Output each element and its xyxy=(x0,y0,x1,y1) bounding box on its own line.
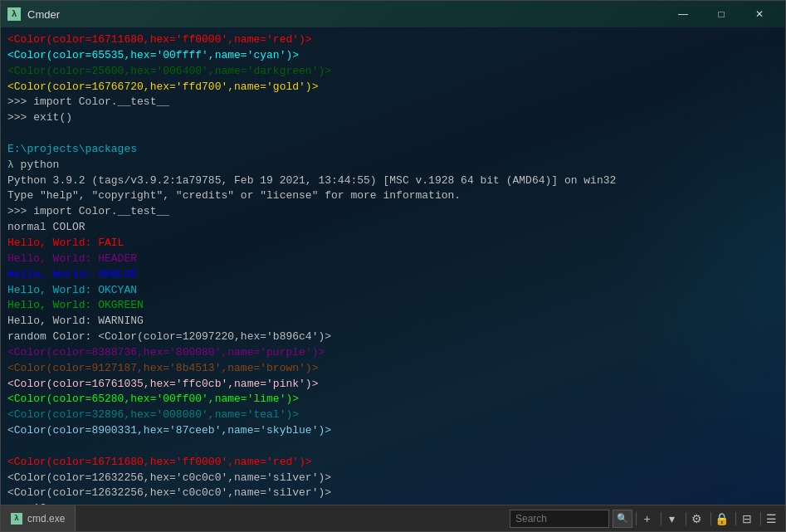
line-20: random Color: <Color(color=12097220,hex=… xyxy=(7,329,779,345)
maximize-button[interactable]: □ xyxy=(702,1,740,27)
line-11: Type "help", "copyright", "credits" or "… xyxy=(7,188,779,204)
split-h-button[interactable]: ⊟ xyxy=(735,512,757,525)
line-10: Python 3.9.2 (tags/v3.9.2:1a79785, Feb 1… xyxy=(7,173,779,189)
line-30: <Color(color=12632256,hex='c0c0c0',name=… xyxy=(7,486,779,501)
line-9: λ python xyxy=(7,158,779,173)
line-4: <Color(color=16766720,hex='ffd700',name=… xyxy=(7,80,779,95)
line-19: Hello, World: WARNING xyxy=(7,314,779,329)
line-7 xyxy=(7,126,779,142)
line-31: >>> ^C xyxy=(7,501,779,505)
line-8: E:\projects\packages xyxy=(7,142,779,158)
tab-icon: λ xyxy=(11,513,22,525)
line-16: Hello, World: OKBLUE xyxy=(7,267,779,283)
line-12: >>> import Color.__test__ xyxy=(7,204,779,220)
line-28: <Color(color=16711680,hex='ff0000',name=… xyxy=(7,455,779,471)
dropdown-button[interactable]: ▾ xyxy=(661,512,682,525)
line-18: Hello, World: OKGREEN xyxy=(7,298,779,314)
line-24: <Color(color=65280,hex='00ff00',name='li… xyxy=(7,392,779,408)
title-bar: λ Cmder — □ ✕ xyxy=(1,1,785,27)
line-2: <Color(color=65535,hex='00ffff',name='cy… xyxy=(7,48,779,64)
lock-button[interactable]: 🔒 xyxy=(710,512,732,525)
cmder-icon: λ xyxy=(7,7,21,21)
line-22: <Color(color=9127187,hex='8b4513',name='… xyxy=(7,361,779,377)
cmder-window: λ Cmder — □ ✕ <Color(color=16711680,hex=… xyxy=(0,0,786,532)
line-25: <Color(color=32896,hex='008080',name='te… xyxy=(7,408,779,423)
line-26: <Color(color=8900331,hex='87ceeb',name='… xyxy=(7,423,779,439)
line-6: >>> exit() xyxy=(7,110,779,126)
line-3: <Color(color=25600,hex='006400',name='da… xyxy=(7,64,779,80)
add-tab-button[interactable]: + xyxy=(636,512,657,525)
minimize-button[interactable]: — xyxy=(664,1,702,27)
tab-cmd[interactable]: λ cmd.exe xyxy=(1,505,76,531)
window-title: Cmder xyxy=(27,8,60,21)
line-29: <Color(color=12632256,hex='c0c0c0',name=… xyxy=(7,471,779,486)
line-1: <Color(color=16711680,hex='ff0000',name=… xyxy=(7,32,779,48)
status-bar: λ cmd.exe 🔍 + ▾ ⚙ 🔒 ⊟ ☰ xyxy=(1,505,785,531)
menu-button[interactable]: ☰ xyxy=(760,512,782,525)
line-5: >>> import Color.__test__ xyxy=(7,95,779,110)
line-13: normal COLOR xyxy=(7,220,779,236)
line-14: Hello, World: FAIL xyxy=(7,236,779,251)
search-button[interactable]: 🔍 xyxy=(613,510,632,528)
line-23: <Color(color=16761035,hex='ffc0cb',name=… xyxy=(7,377,779,393)
line-15: Hello, World: HEADER xyxy=(7,251,779,267)
window-controls: — □ ✕ xyxy=(664,1,779,27)
terminal-body[interactable]: <Color(color=16711680,hex='ff0000',name=… xyxy=(1,27,785,505)
settings-button[interactable]: ⚙ xyxy=(686,512,707,525)
search-input[interactable] xyxy=(510,510,609,528)
tab-label: cmd.exe xyxy=(27,513,65,525)
close-button[interactable]: ✕ xyxy=(740,1,779,27)
line-27 xyxy=(7,439,779,455)
line-21: <Color(color=8388736,hex='800080',name='… xyxy=(7,345,779,361)
line-17: Hello, World: OKCYAN xyxy=(7,283,779,299)
search-area: 🔍 + ▾ ⚙ 🔒 ⊟ ☰ xyxy=(510,510,785,528)
title-bar-left: λ Cmder xyxy=(7,7,60,21)
